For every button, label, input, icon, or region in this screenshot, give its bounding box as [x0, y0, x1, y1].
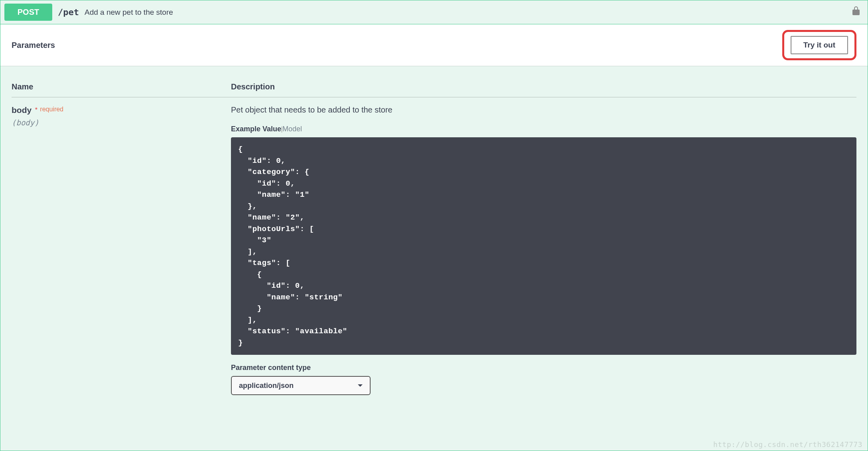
http-method-badge: POST: [4, 4, 52, 21]
param-location: (body): [12, 118, 231, 127]
example-value-code[interactable]: { "id": 0, "category": { "id": 0, "name"…: [231, 137, 856, 355]
tab-example-value[interactable]: Example Value: [231, 125, 281, 133]
operation-summary[interactable]: POST /pet Add a new pet to the store: [0, 0, 868, 24]
table-row: body * required (body) Pet object that n…: [12, 97, 856, 396]
column-header-name: Name: [12, 72, 231, 97]
column-header-description: Description: [231, 72, 856, 97]
operation-block: POST /pet Add a new pet to the store Par…: [0, 0, 868, 451]
watermark-text: http://blog.csdn.net/rth362147773: [713, 440, 862, 449]
tab-model[interactable]: Model: [282, 125, 302, 133]
param-name: body: [12, 105, 32, 115]
try-it-out-highlight: Try it out: [782, 30, 856, 60]
required-label: required: [39, 106, 63, 113]
parameters-body: Name Description body * required (body): [0, 66, 868, 411]
tab-separator: [282, 127, 282, 133]
parameters-header-bar: Parameters Try it out: [0, 24, 868, 66]
endpoint-summary: Add a new pet to the store: [85, 8, 173, 17]
param-description: Pet object that needs to be added to the…: [231, 105, 856, 115]
endpoint-path: /pet: [58, 7, 79, 17]
parameters-table: Name Description body * required (body): [12, 72, 856, 395]
content-type-select[interactable]: application/json: [231, 376, 371, 395]
try-it-out-button[interactable]: Try it out: [791, 36, 848, 54]
content-type-label: Parameter content type: [231, 364, 856, 372]
lock-icon[interactable]: [852, 6, 860, 16]
required-star: *: [34, 107, 37, 113]
content-type-select-wrap: application/json: [231, 376, 371, 395]
parameters-title: Parameters: [12, 41, 55, 50]
example-model-tabs: Example ValueModel: [231, 125, 856, 133]
